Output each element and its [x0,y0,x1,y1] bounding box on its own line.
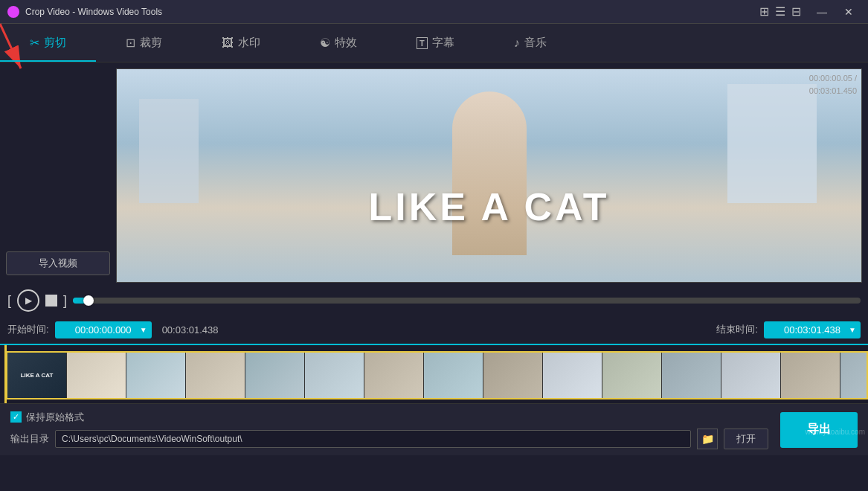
tab-watermark-label: 水印 [238,36,260,50]
thumb-1 [67,353,126,398]
titlebar-icons: ⊞ ☰ ⊟ [759,4,801,19]
start-label: 开始时间: [7,323,49,336]
watermark-icon: 🖼 [222,36,234,50]
thumb-4 [245,353,305,398]
playback-controls: [ ▶ ] [0,286,868,315]
open-button[interactable]: 打开 [724,429,768,449]
thumb-10 [602,353,662,398]
close-button[interactable]: ✕ [837,4,861,20]
folder-icon: 📁 [701,433,714,445]
progress-thumb[interactable] [83,295,94,306]
progress-bar[interactable] [73,298,861,304]
tab-cut[interactable]: ✂ 剪切 [0,24,96,62]
tab-music[interactable]: ♪ 音乐 [484,24,576,62]
bracket-left[interactable]: [ [7,293,11,309]
stop-button[interactable] [45,295,57,307]
thumb-14 [840,353,868,398]
timeline-cursor [4,345,7,403]
effects-icon: ☯ [320,36,330,50]
video-scene [117,69,861,282]
start-time-container: ▼ [55,321,152,338]
thumb-0: LIKE A CAT [7,353,67,398]
tab-subtitle[interactable]: T 字幕 [387,24,484,62]
start-time-input[interactable] [55,321,152,338]
bracket-right[interactable]: ] [63,293,67,309]
end-dropdown-arrow[interactable]: ▼ [849,326,856,334]
end-time-input[interactable] [764,321,861,338]
keep-format-label: 保持原始格式 [26,411,84,424]
grid-icon[interactable]: ⊞ [759,4,769,19]
tab-effects[interactable]: ☯ 特效 [290,24,387,62]
tab-music-label: 音乐 [524,36,547,50]
titlebar: Crop Video - Windows Video Tools ⊞ ☰ ⊟ —… [0,0,868,24]
thumb-9 [543,353,602,398]
tab-watermark[interactable]: 🖼 水印 [192,24,290,62]
import-video-button[interactable]: 导入视频 [6,251,110,275]
building-1 [727,84,817,203]
thumb-13 [781,353,840,398]
minimize-button[interactable]: — [810,4,834,20]
output-left: ✓ 保持原始格式 输出目录 📁 打开 [10,411,768,449]
thumb-3 [186,353,245,398]
end-label: 结束时间: [716,323,758,336]
thumb-2 [126,353,186,398]
svg-line-1 [0,24,21,68]
video-text-overlay: LIKE A CAT [368,184,609,229]
thumb-5 [305,353,364,398]
app-icon [7,6,19,18]
timeline-track: LIKE A CAT [6,351,868,399]
left-panel: 导入视频 [6,68,110,283]
end-time-container: ▼ [764,321,861,338]
video-row: 导入视频 LIKE A CAT 00:00:00.05 / 00:03:01.4… [0,62,868,286]
tab-cut-label: 剪切 [44,36,66,50]
timeline[interactable]: LIKE A CAT [0,344,868,403]
subtitle-icon: T [417,37,428,49]
nav-tabs: ✂ 剪切 ⊡ 裁剪 🖼 水印 ☯ 特效 T 字幕 ♪ 音乐 [0,24,868,62]
building-2 [139,99,199,203]
window-title: Crop Video - Windows Video Tools [25,7,759,17]
panel-icon[interactable]: ⊟ [791,4,801,19]
current-time: 00:00:00.05 / [809,72,857,85]
time-separator-value: 00:03:01.438 [162,324,219,336]
output-dir-label: 输出目录 [10,432,49,446]
thumb-6 [364,353,424,398]
thumb-12 [721,353,781,398]
main-content: 导入视频 LIKE A CAT 00:00:00.05 / 00:03:01.4… [0,62,868,491]
time-range: 开始时间: ▼ 00:03:01.438 结束时间: ▼ [0,315,868,344]
start-dropdown-arrow[interactable]: ▼ [140,326,147,334]
tab-crop[interactable]: ⊡ 裁剪 [96,24,192,62]
play-button[interactable]: ▶ [17,289,39,312]
bottom-bar: ✓ 保持原始格式 输出目录 📁 打开 导出 [0,403,868,455]
total-time: 00:03:01.450 [809,85,857,97]
thumb-8 [483,353,543,398]
keep-format-row: ✓ 保持原始格式 [10,411,768,424]
person-silhouette [452,92,527,255]
tab-subtitle-label: 字幕 [432,36,454,50]
tab-effects-label: 特效 [335,36,357,50]
folder-button[interactable]: 📁 [697,429,718,449]
thumb-7 [424,353,483,398]
output-path-input[interactable] [55,430,691,448]
video-preview: LIKE A CAT 00:00:00.05 / 00:03:01.450 [116,68,862,283]
window-controls: — ✕ [810,4,861,20]
watermark-text: www.yaoaibu.com [805,428,865,436]
thumb-11 [662,353,721,398]
list-icon[interactable]: ☰ [775,4,785,19]
cut-icon: ✂ [30,36,39,50]
play-icon: ▶ [25,295,32,306]
tab-crop-label: 裁剪 [140,36,162,50]
crop-icon: ⊡ [126,36,135,50]
keep-format-checkbox[interactable]: ✓ [10,411,22,423]
output-dir-row: 输出目录 📁 打开 [10,429,768,449]
timestamp: 00:00:00.05 / 00:03:01.450 [809,72,857,97]
music-icon: ♪ [514,36,520,50]
